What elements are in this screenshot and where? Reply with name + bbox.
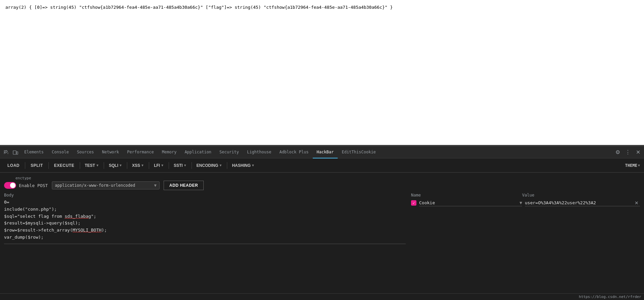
toolbar-separator-1 xyxy=(25,162,25,169)
body-code[interactable]: 0= include("conn.php"); $sql="select fla… xyxy=(4,199,406,241)
cookie-name-value: Cookie xyxy=(419,200,435,205)
toolbar-separator-9 xyxy=(227,162,227,169)
cookie-checkbox[interactable]: ✓ xyxy=(411,200,416,206)
tab-memory[interactable]: Memory xyxy=(158,146,180,158)
page-content: array(2) { [0]=> string(45) "ctfshow{a1b… xyxy=(0,0,644,145)
toolbar-separator-4 xyxy=(104,162,104,169)
test-chevron-icon: ▼ xyxy=(96,163,99,167)
value-column-label: Value xyxy=(522,193,640,198)
lfi-dropdown[interactable]: LFI ▼ xyxy=(151,162,167,169)
enable-post-toggle[interactable] xyxy=(4,182,16,189)
sqli-dropdown[interactable]: SQLI ▼ xyxy=(106,162,125,169)
page-output-text: array(2) { [0]=> string(45) "ctfshow{a1b… xyxy=(5,5,393,10)
name-value-section: Name Value ✓ Cookie ▼ xyxy=(411,193,640,206)
encoding-chevron-icon: ▼ xyxy=(219,163,222,167)
body-section: Body 0= include("conn.php"); $sql="selec… xyxy=(4,193,406,244)
toolbar-separator-7 xyxy=(169,162,169,169)
devtools-panel: Elements Console Sources Network Perform… xyxy=(0,145,644,300)
hackbar-toolbar: LOAD SPLIT EXECUTE TEST ▼ SQLI ▼ XSS ▼ L… xyxy=(0,158,644,173)
cookie-name-dropdown[interactable]: Cookie ▼ xyxy=(419,200,522,206)
device-toolbar-icon[interactable] xyxy=(11,148,20,157)
code-line-4: $result=$mysqli->query($sql); xyxy=(4,220,406,227)
more-options-icon[interactable]: ⋮ xyxy=(623,148,633,157)
tab-lighthouse[interactable]: Lighthouse xyxy=(243,146,275,158)
value-clear-button[interactable]: ✕ xyxy=(633,200,640,206)
devtools-tab-end: ⚙ ⋮ ✕ xyxy=(613,148,643,157)
cookie-name-chevron-icon: ▼ xyxy=(519,200,522,205)
tab-console[interactable]: Console xyxy=(48,146,73,158)
body-label: Body xyxy=(4,193,406,198)
sqli-chevron-icon: ▼ xyxy=(119,163,122,167)
svg-rect-0 xyxy=(13,151,16,154)
cookie-name-cell: ✓ Cookie ▼ xyxy=(411,200,522,206)
devtools-statusbar: https://blog.csdn.net/rfrder xyxy=(0,293,644,300)
hashing-dropdown[interactable]: HASHING ▼ xyxy=(229,162,257,169)
toolbar-separator-6 xyxy=(149,162,149,169)
toolbar-separator-2 xyxy=(48,162,49,169)
execute-button[interactable]: EXECUTE xyxy=(51,162,78,169)
code-line-6: var_dump($row); xyxy=(4,234,406,241)
tab-adblock-plus[interactable]: Adblock Plus xyxy=(275,146,313,158)
hackbar-row2: Body 0= include("conn.php"); $sql="selec… xyxy=(4,193,640,291)
tab-security[interactable]: Security xyxy=(215,146,243,158)
toolbar-separator-8 xyxy=(192,162,192,169)
cookie-value-row: ✕ xyxy=(525,200,640,206)
split-button[interactable]: SPLIT xyxy=(27,162,46,169)
lfi-chevron-icon: ▼ xyxy=(161,163,164,167)
enctype-value: application/x-www-form-urlencoded xyxy=(55,183,135,188)
name-value-row: ✓ Cookie ▼ ✕ xyxy=(411,200,640,206)
tab-hackbar[interactable]: HackBar xyxy=(313,146,338,158)
theme-chevron-icon: ▼ xyxy=(638,163,640,167)
name-column-label: Name xyxy=(411,193,522,198)
code-line-3: $sql="select flag from sds_flabag"; xyxy=(4,213,406,220)
enctype-chevron-icon: ▼ xyxy=(154,183,157,188)
checkmark-icon: ✓ xyxy=(413,201,415,205)
toolbar-separator-5 xyxy=(127,162,127,169)
toolbar-separator-3 xyxy=(80,162,80,169)
enctype-label: enctype xyxy=(15,176,31,180)
theme-dropdown[interactable]: THEME ▼ xyxy=(625,163,640,168)
code-line-2: include("conn.php"); xyxy=(4,206,406,213)
tab-network[interactable]: Network xyxy=(98,146,123,158)
svg-rect-1 xyxy=(16,152,18,154)
enable-post-label: Enable POST xyxy=(19,183,48,188)
cookie-value-input[interactable] xyxy=(525,200,633,206)
ssti-chevron-icon: ▼ xyxy=(183,163,187,167)
code-line-5: $row=$result->fetch_array(MYSQLI_BOTH); xyxy=(4,227,406,234)
tab-performance[interactable]: Performance xyxy=(123,146,158,158)
test-dropdown[interactable]: TEST ▼ xyxy=(82,162,102,169)
load-button[interactable]: LOAD xyxy=(4,162,23,169)
close-devtools-icon[interactable]: ✕ xyxy=(633,148,643,157)
encoding-dropdown[interactable]: ENCODING ▼ xyxy=(194,162,225,169)
add-header-button[interactable]: ADD HEADER xyxy=(164,181,204,190)
code-line-1: 0= xyxy=(4,199,406,206)
tab-sources[interactable]: Sources xyxy=(73,146,98,158)
devtools-tabs: Elements Console Sources Network Perform… xyxy=(20,146,613,158)
name-value-labels: Name Value xyxy=(411,193,640,198)
tab-application[interactable]: Application xyxy=(180,146,215,158)
hackbar-content: enctype Enable POST application/x-www-fo… xyxy=(0,173,644,293)
ssti-dropdown[interactable]: SSTI ▼ xyxy=(171,162,190,169)
hackbar-row1: enctype Enable POST application/x-www-fo… xyxy=(4,181,640,190)
xss-chevron-icon: ▼ xyxy=(141,163,144,167)
hashing-chevron-icon: ▼ xyxy=(251,163,255,167)
tab-editthiscookie[interactable]: EditThisCookie xyxy=(338,146,380,158)
xss-dropdown[interactable]: XSS ▼ xyxy=(129,162,147,169)
enable-post-toggle-container: enctype Enable POST xyxy=(4,182,48,189)
statusbar-url: https://blog.csdn.net/rfrder xyxy=(579,295,641,299)
tab-elements[interactable]: Elements xyxy=(20,146,48,158)
devtools-toolbar: Elements Console Sources Network Perform… xyxy=(0,146,644,158)
settings-icon[interactable]: ⚙ xyxy=(613,148,622,157)
inspect-element-icon[interactable] xyxy=(1,148,11,157)
enctype-dropdown[interactable]: application/x-www-form-urlencoded ▼ xyxy=(52,181,160,189)
